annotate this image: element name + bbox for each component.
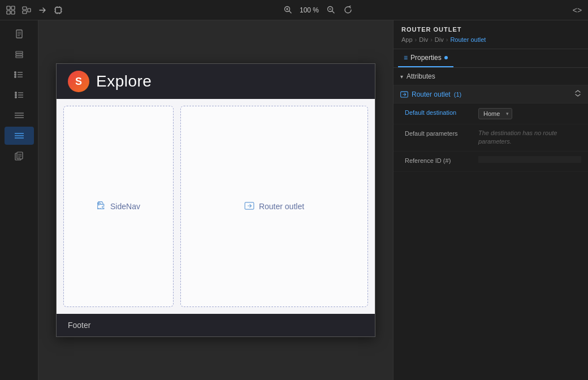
toolbar-icon-2[interactable] [20,4,33,16]
app-title: Explore [96,72,152,90]
attr-value-reference-id[interactable] [478,156,581,163]
refresh-icon[interactable] [341,4,354,16]
toolbar-center: 100 % [282,4,354,16]
zoom-in-icon[interactable] [282,4,294,16]
router-outlet-attr-label: Router outlet [412,90,451,98]
attr-row-reference-id: Reference ID (#) [394,152,588,172]
attr-label-default-destination: Default destination [405,108,478,116]
router-outlet-attribute-row[interactable]: Router outlet (1) [394,85,588,103]
breadcrumb-div1[interactable]: Div [419,36,428,43]
svg-point-34 [14,76,16,78]
sidenav-component[interactable]: SideNav [63,106,174,307]
tab-properties-label: Properties [410,54,442,62]
app-body: SideNav Router outlet [57,99,375,314]
app-header: S Explore [57,64,375,99]
puzzle-icon [97,201,106,212]
svg-rect-1 [11,6,15,10]
router-outlet-component[interactable]: Router outlet [180,106,368,307]
svg-rect-5 [23,11,27,14]
attr-label-reference-id: Reference ID (#) [405,156,478,164]
panel-tabs: ≡ Properties [394,49,588,68]
svg-rect-4 [23,7,27,10]
app-logo: S [68,71,89,92]
toolbar-icon-1[interactable] [5,4,17,16]
section-label: Attributes [407,72,435,80]
svg-line-22 [332,11,334,14]
right-panel: ROUTER OUTLET App › Div › Div › Router o… [393,20,588,380]
breadcrumb: App › Div › Div › Router outlet [401,36,580,43]
logo-text: S [75,76,82,88]
section-header: ▾ Attributes [394,68,588,85]
router-outlet-attribute-label: Router outlet (1) [400,90,461,98]
code-icon[interactable]: <> [571,4,583,16]
sidebar-item-4[interactable] [5,86,34,104]
attr-row-default-destination: Default destination Home [394,103,588,124]
svg-rect-7 [55,7,61,13]
sidenav-label: SideNav [110,202,140,211]
svg-rect-29 [16,56,23,58]
svg-line-19 [289,11,291,14]
sidebar-item-3[interactable] [5,66,34,84]
panel-title: ROUTER OUTLET [401,26,580,33]
breadcrumb-app[interactable]: App [401,36,413,43]
attr-label-default-parameters: Default parameters [405,129,478,137]
toolbar-icon-arrow[interactable] [36,4,49,16]
tab-lines-icon: ≡ [404,54,408,62]
default-destination-select-wrapper[interactable]: Home [478,108,512,119]
svg-rect-28 [16,54,23,55]
main-layout: S Explore SideNav [0,20,588,380]
canvas-area: S Explore SideNav [38,20,393,380]
left-sidebar [0,20,38,380]
svg-rect-6 [28,8,31,12]
sidebar-item-6[interactable] [5,127,34,145]
attr-row-default-parameters: Default parameters The destination has n… [394,124,588,152]
breadcrumb-div2[interactable]: Div [435,36,444,43]
attr-value-default-destination[interactable]: Home [478,108,581,119]
router-outlet-label: Router outlet [259,202,304,211]
panel-header: ROUTER OUTLET App › Div › Div › Router o… [394,20,588,49]
tab-properties[interactable]: ≡ Properties [398,49,453,67]
toolbar-icon-frame[interactable] [52,4,64,16]
svg-point-32 [14,74,16,76]
toolbar-right: <> [571,4,583,16]
attr-value-default-parameters: The destination has no route parameters. [478,129,581,146]
top-toolbar: 100 % <> [0,0,588,20]
svg-point-30 [14,71,16,74]
tab-dot [444,56,448,59]
default-destination-select[interactable]: Home [478,108,512,119]
app-footer: Footer [57,314,375,336]
collapse-button[interactable] [574,90,581,98]
sidebar-item-7[interactable] [5,147,34,165]
reference-id-input[interactable] [478,156,581,163]
default-parameters-placeholder: The destination has no route parameters. [478,129,557,145]
zoom-out-icon[interactable] [325,4,337,16]
app-preview: S Explore SideNav [56,63,375,337]
sidebar-item-2[interactable] [5,45,34,63]
toolbar-left [5,4,64,16]
svg-point-40 [15,96,17,98]
svg-rect-0 [7,6,10,10]
svg-point-36 [15,92,17,94]
zoom-level: 100 % [299,6,320,14]
breadcrumb-router-outlet[interactable]: Router outlet [450,36,486,43]
sidebar-item-5[interactable] [5,106,34,124]
router-outlet-icon [244,202,254,211]
svg-point-38 [15,94,17,96]
router-outlet-count: (1) [454,91,461,98]
chevron-down-icon[interactable]: ▾ [400,74,403,80]
svg-rect-27 [16,51,23,53]
svg-rect-3 [11,11,15,14]
sidebar-item-1[interactable] [5,25,34,43]
footer-label: Footer [68,321,90,330]
svg-rect-2 [7,11,10,14]
attributes-section: ▾ Attributes Router outlet (1) [394,68,588,380]
